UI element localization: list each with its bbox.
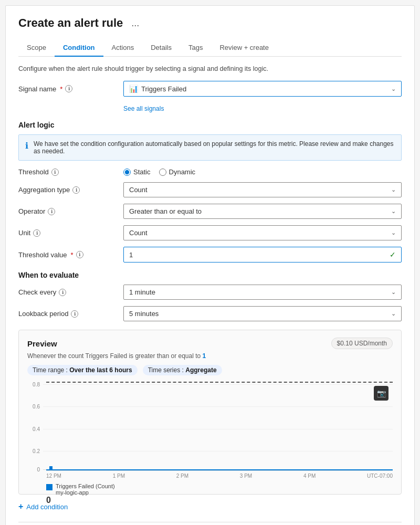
check-every-chevron-icon: ⌄	[391, 289, 396, 296]
lookback-period-value: 5 minutes	[129, 310, 159, 318]
bottom-bar: Review + create Previous Next: Actions >	[18, 522, 402, 525]
operator-select[interactable]: Greater than or equal to ⌄	[123, 204, 402, 219]
x-label-3pm: 3 PM	[240, 473, 252, 479]
operator-row: Operator ℹ Greater than or equal to ⌄	[18, 204, 402, 219]
y-label-08: 0.8	[27, 382, 43, 387]
x-label-utc: UTC-07:00	[367, 473, 393, 479]
chart-wrapper: 0.8 0.6 0.4	[46, 382, 393, 471]
aggregation-type-row: Aggregation type ℹ Count ⌄	[18, 182, 402, 197]
aggregation-type-label: Aggregation type ℹ	[18, 186, 123, 194]
signal-name-field: 📊 Triggers Failed ⌄	[123, 81, 402, 97]
signal-info-icon[interactable]: ℹ	[65, 85, 72, 92]
time-range-label: Time range :	[33, 366, 68, 374]
check-every-select[interactable]: 1 minute ⌄	[123, 285, 402, 300]
chart-with-camera: 📷 0.8 0.6	[27, 382, 393, 471]
chart-baseline	[46, 469, 393, 470]
grid-08	[43, 384, 393, 385]
legend-value: 0	[46, 496, 393, 505]
unit-chevron-icon: ⌄	[391, 229, 396, 236]
grid-line-06: 0.6	[27, 404, 393, 410]
grid-02	[43, 451, 393, 452]
y-label-02: 0.2	[27, 448, 43, 454]
chart-area: 0.8 0.6 0.4	[46, 382, 393, 471]
unit-label: Unit ℹ	[18, 229, 123, 237]
threshold-info-icon[interactable]: ℹ	[51, 169, 59, 176]
legend-item: Triggers Failed (Count) my-logic-app	[46, 483, 393, 496]
unit-value: Count	[129, 229, 148, 237]
aggregation-info-icon[interactable]: ℹ	[72, 186, 80, 194]
threshold-options: Static Dynamic	[123, 168, 402, 176]
signal-chart-icon: 📊	[129, 85, 138, 93]
see-all-signals-link[interactable]: See all signals	[123, 105, 164, 112]
x-label-4pm: 4 PM	[303, 473, 316, 479]
required-star: *	[60, 85, 62, 93]
aggregation-type-value: Count	[129, 186, 148, 194]
time-series-pill[interactable]: Time series : Aggregate	[143, 365, 222, 375]
preview-pills: Time range : Over the last 6 hours Time …	[27, 365, 393, 375]
page-title-row: Create an alert rule ...	[18, 16, 402, 30]
time-series-value: Aggregate	[185, 366, 216, 374]
preview-header: Preview $0.10 USD/month	[27, 338, 393, 349]
lookback-period-label: Lookback period ℹ	[18, 310, 123, 318]
alert-logic-banner: ℹ We have set the condition configuratio…	[18, 134, 402, 161]
lookback-period-select[interactable]: 5 minutes ⌄	[123, 306, 402, 321]
lookback-info-icon[interactable]: ℹ	[71, 310, 78, 318]
signal-name-value: Triggers Failed	[141, 85, 186, 93]
y-label-0: 0	[27, 467, 43, 472]
time-range-pill[interactable]: Time range : Over the last 6 hours	[27, 365, 138, 375]
grid-line-02: 0.2	[27, 448, 393, 454]
threshold-dynamic-radio[interactable]	[159, 169, 166, 176]
operator-chevron-icon: ⌄	[391, 208, 396, 215]
signal-name-row: Signal name * ℹ 📊 Triggers Failed ⌄	[18, 81, 402, 97]
operator-value: Greater than or equal to	[129, 207, 202, 215]
unit-info-icon[interactable]: ℹ	[33, 229, 40, 237]
aggregation-type-select[interactable]: Count ⌄	[123, 182, 402, 197]
y-label-06: 0.6	[27, 404, 43, 410]
operator-label: Operator ℹ	[18, 207, 123, 215]
tab-actions[interactable]: Actions	[103, 39, 143, 57]
threshold-value-input[interactable]: 1 ✓	[123, 247, 402, 262]
preview-section: Preview $0.10 USD/month Whenever the cou…	[18, 330, 402, 495]
lookback-chevron-icon: ⌄	[391, 310, 396, 317]
unit-select[interactable]: Count ⌄	[123, 225, 402, 240]
legend-details: Triggers Failed (Count) my-logic-app	[56, 483, 115, 496]
threshold-value-required: *	[71, 251, 74, 259]
tab-condition[interactable]: Condition	[55, 39, 103, 57]
time-range-value: Over the last 6 hours	[69, 366, 132, 374]
signal-chevron-icon: ⌄	[391, 86, 396, 92]
grid-06	[43, 406, 393, 407]
threshold-radio-group: Static Dynamic	[123, 168, 402, 176]
threshold-static-option[interactable]: Static	[123, 168, 151, 176]
unit-field: Count ⌄	[123, 225, 402, 240]
tab-review-create[interactable]: Review + create	[211, 39, 277, 57]
add-condition-icon: +	[18, 502, 23, 511]
when-to-evaluate-header: When to evaluate	[18, 271, 402, 279]
threshold-static-label: Static	[133, 168, 151, 176]
threshold-row: Threshold ℹ Static Dynamic	[18, 168, 402, 176]
chart-container: 📷 0.8 0.6	[27, 382, 393, 487]
unit-row: Unit ℹ Count ⌄	[18, 225, 402, 240]
tab-tags[interactable]: Tags	[180, 39, 211, 57]
threshold-static-radio[interactable]	[123, 169, 131, 176]
legend-color-box	[46, 484, 52, 490]
check-every-info-icon[interactable]: ℹ	[59, 289, 66, 296]
tab-scope[interactable]: Scope	[18, 39, 55, 57]
threshold-value-field: 1 ✓	[123, 247, 402, 262]
threshold-value-info-icon[interactable]: ℹ	[76, 251, 83, 258]
threshold-dynamic-label: Dynamic	[169, 168, 196, 176]
lookback-period-field: 5 minutes ⌄	[123, 306, 402, 321]
page-description: Configure when the alert rule should tri…	[18, 65, 402, 72]
check-every-field: 1 minute ⌄	[123, 285, 402, 300]
time-series-label: Time series :	[148, 366, 184, 374]
tab-details[interactable]: Details	[142, 39, 180, 57]
preview-desc-value: 1	[203, 352, 206, 360]
operator-info-icon[interactable]: ℹ	[48, 208, 55, 215]
ellipsis-button[interactable]: ...	[128, 17, 142, 30]
threshold-dynamic-option[interactable]: Dynamic	[159, 168, 196, 176]
signal-name-select[interactable]: 📊 Triggers Failed ⌄	[123, 81, 402, 97]
signal-name-label: Signal name * ℹ	[18, 85, 123, 93]
threshold-label: Threshold ℹ	[18, 168, 123, 176]
banner-text: We have set the condition configuration …	[34, 140, 395, 155]
page-title: Create an alert rule	[18, 16, 123, 30]
lookback-period-row: Lookback period ℹ 5 minutes ⌄	[18, 306, 402, 321]
